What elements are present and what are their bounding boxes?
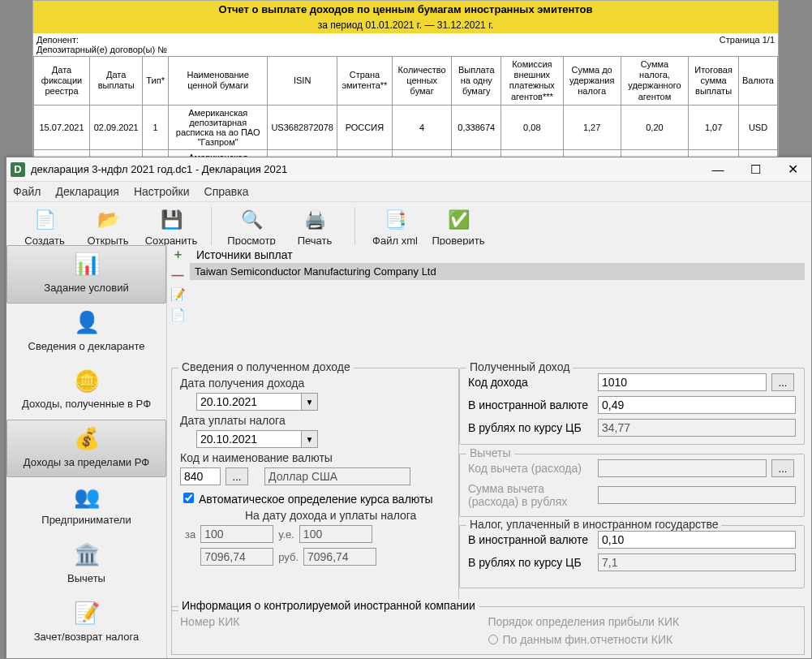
income-foreign-label: В иностранной валюте <box>468 398 598 411</box>
units-label: у.е. <box>278 528 294 541</box>
date-received-label: Дата получения дохода <box>180 377 450 390</box>
date-received-input[interactable] <box>196 393 302 411</box>
sources-list[interactable]: Taiwan Semiconductor Manufacturing Compa… <box>190 263 805 360</box>
toolbar-icon: ✅ <box>447 209 470 231</box>
menu-item[interactable]: Файл <box>13 185 41 198</box>
toolbar-button[interactable]: 🖨️Печать <box>283 205 346 250</box>
income-rub-input <box>598 419 796 437</box>
rate1-input <box>200 525 273 543</box>
tax-rub-label: В рублях по курсу ЦБ <box>468 556 598 569</box>
cik-legend: Информация о контролируемой иностранной … <box>178 599 479 612</box>
income-code-label: Код дохода <box>468 376 598 389</box>
currency-lookup-button[interactable]: ... <box>226 467 248 485</box>
currency-code-input[interactable] <box>180 467 221 485</box>
toolbar-icon: 📂 <box>97 209 119 231</box>
report-header: Дата выплаты <box>90 57 143 106</box>
toolbar-button[interactable]: 💾Сохранить <box>140 205 203 250</box>
app-window: D декларация 3-ндфл 2021 год.dc1 - Декла… <box>6 157 812 659</box>
titlebar: D декларация 3-ндфл 2021 год.dc1 - Декла… <box>6 157 811 182</box>
sidebar-item[interactable]: 💰Доходы за пределами РФ <box>6 420 166 478</box>
report-header: Наименование ценной бумаги <box>168 57 267 106</box>
received-income-fieldset: Полученный доход Код дохода ... В иностр… <box>459 368 805 445</box>
rate-rub2-input <box>303 548 376 566</box>
income-info-legend: Сведения о полученном доходе <box>178 360 354 373</box>
za-label: за <box>185 528 195 541</box>
currency-name-display <box>264 467 410 485</box>
report-header: Дата фиксации реестра <box>34 57 90 106</box>
toolbar-button[interactable]: 📄Создать <box>13 205 76 250</box>
sidebar-icon: 📊 <box>69 251 105 278</box>
sidebar-icon: 📝 <box>69 600 105 627</box>
tax-foreign-label: В иностранной валюте <box>468 533 598 546</box>
report-row: 15.07.202102.09.20211Американская депози… <box>34 105 778 149</box>
sidebar-label: Сведения о декларанте <box>28 340 145 353</box>
copy-source-button[interactable]: 📄 <box>169 306 187 324</box>
rub-label: руб. <box>278 551 299 563</box>
cik-radio1[interactable] <box>488 635 498 644</box>
source-list-item[interactable]: Taiwan Semiconductor Manufacturing Compa… <box>190 263 805 280</box>
sidebar-label: Доходы за пределами РФ <box>24 456 149 469</box>
auto-rate-label: Автоматическое определение курса валюты <box>199 493 432 506</box>
toolbar-icon: 📄 <box>33 209 56 231</box>
menubar: ФайлДекларацияНастройкиСправка <box>6 182 811 202</box>
remove-source-button[interactable]: — <box>169 265 187 283</box>
toolbar-button[interactable]: 📑Файл xml <box>363 205 427 250</box>
rate-on-date-label: На дату дохода и уплаты налога <box>245 509 450 522</box>
add-source-button[interactable]: ＋ <box>169 245 187 263</box>
sidebar-item[interactable]: 📊Задание условий <box>6 245 166 304</box>
currency-label: Код и наименование валюты <box>180 451 450 464</box>
sidebar-item[interactable]: 📝Зачет/возврат налога <box>6 594 166 653</box>
deduction-code-input <box>598 459 767 477</box>
income-code-lookup-button[interactable]: ... <box>771 373 794 391</box>
date-received-dropdown[interactable]: ▼ <box>302 393 318 411</box>
tax-paid-fieldset: Налог, уплаченный в иностранном государс… <box>459 525 805 588</box>
sidebar: 📊Задание условий👤Сведения о декларанте🪙Д… <box>6 245 167 658</box>
minimize-button[interactable]: — <box>699 157 737 182</box>
maximize-button[interactable]: ☐ <box>737 157 774 182</box>
report-header: Тип* <box>143 57 169 106</box>
received-legend: Полученный доход <box>466 360 573 373</box>
income-code-input[interactable] <box>598 373 767 391</box>
toolbar-button[interactable]: 🔍Просмотр <box>220 205 283 250</box>
report-header: Количество ценных бумаг <box>392 57 451 106</box>
report-header: ISIN <box>268 57 337 106</box>
tax-foreign-input[interactable] <box>598 531 796 549</box>
contract-label: Депозитарный(е) договор(ы) № <box>37 45 720 54</box>
deduction-sum-label: Сумма вычета (расхода) в рублях <box>468 482 598 508</box>
report-title: Отчет о выплате доходов по ценным бумага… <box>33 1 778 18</box>
report-period: за период 01.01.2021 г. — 31.12.2021 г. <box>33 18 778 33</box>
date-tax-dropdown[interactable]: ▼ <box>302 430 318 448</box>
edit-source-button[interactable]: 📝 <box>169 286 187 304</box>
toolbar-icon: 🔍 <box>240 209 263 231</box>
sidebar-icon: 👤 <box>69 309 105 337</box>
menu-item[interactable]: Настройки <box>134 185 190 198</box>
sources-header: Источники выплат <box>196 248 293 261</box>
date-tax-input[interactable] <box>196 430 302 448</box>
rate-rub1-input <box>200 548 273 566</box>
menu-item[interactable]: Декларация <box>55 185 119 198</box>
sidebar-item[interactable]: 👥Предприниматели <box>6 477 166 536</box>
sidebar-icon: 🪙 <box>69 367 105 394</box>
report-header: Сумма до удержания налога <box>563 57 621 106</box>
auto-rate-checkbox[interactable] <box>183 493 194 503</box>
report-header: Сумма налога, удержанного агентом <box>621 57 688 106</box>
cik-fieldset: Информация о контролируемой иностранной … <box>171 606 805 655</box>
cik-order-label: Порядок определения прибыли КИК <box>488 615 797 628</box>
deduction-code-lookup-button[interactable]: ... <box>771 459 794 477</box>
toolbar-icon: 📑 <box>384 209 406 231</box>
window-title: декларация 3-ндфл 2021 год.dc1 - Деклара… <box>31 163 699 175</box>
sidebar-item[interactable]: 🪙Доходы, полученные в РФ <box>6 361 166 420</box>
content-pane: ＋ — 📝 📄 Источники выплат Taiwan Semicond… <box>167 245 811 658</box>
cik-number-label: Номер КИК <box>180 615 488 628</box>
income-foreign-input[interactable] <box>598 396 796 414</box>
toolbar-icon: 🖨️ <box>303 209 326 231</box>
deduction-code-label: Код вычета (расхода) <box>468 462 598 475</box>
menu-item[interactable]: Справка <box>204 185 249 198</box>
sidebar-item[interactable]: 🏛️Вычеты <box>6 536 166 594</box>
sidebar-icon: 💰 <box>69 425 105 453</box>
sidebar-label: Зачет/возврат налога <box>34 631 139 644</box>
sidebar-item[interactable]: 👤Сведения о декларанте <box>6 304 166 362</box>
toolbar-button[interactable]: ✅Проверить <box>427 205 490 250</box>
close-button[interactable]: ✕ <box>774 157 811 182</box>
toolbar-button[interactable]: 📂Открыть <box>76 205 140 250</box>
